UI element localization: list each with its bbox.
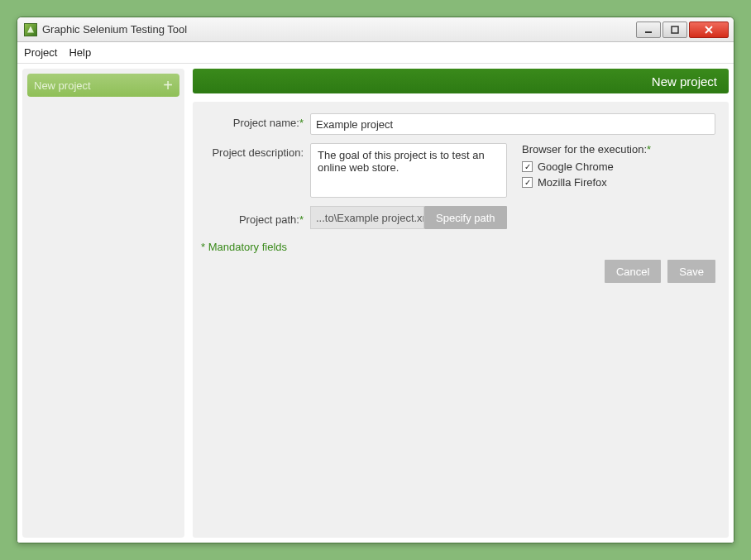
browser-option-firefox[interactable]: ✓ Mozilla Firefox xyxy=(522,176,651,189)
client-area: New project + New project Project name:*… xyxy=(17,64,734,543)
checkbox-icon: ✓ xyxy=(522,177,533,188)
app-icon xyxy=(24,23,37,36)
window-controls xyxy=(636,22,729,38)
browser-heading: Browser for the execution:* xyxy=(522,143,651,156)
maximize-button[interactable] xyxy=(663,22,687,38)
mandatory-note: * Mandatory fields xyxy=(201,241,715,253)
main-panel: New project Project name:* Project descr… xyxy=(193,69,729,538)
titlebar: Graphic Selenium Testing Tool xyxy=(17,17,734,42)
browser-label: Mozilla Firefox xyxy=(538,176,607,189)
sidebar-item-new-project[interactable]: New project + xyxy=(27,74,179,97)
browser-section: Browser for the execution:* ✓ Google Chr… xyxy=(522,143,651,192)
project-path-display: ...to\Example project.xml xyxy=(310,206,424,229)
browser-label: Google Chrome xyxy=(538,160,614,173)
minimize-button[interactable] xyxy=(636,22,661,38)
save-button[interactable]: Save xyxy=(667,260,715,283)
row-project-description: Project description: Browser for the exe… xyxy=(201,143,715,198)
browser-option-chrome[interactable]: ✓ Google Chrome xyxy=(522,160,651,173)
specify-path-button[interactable]: Specify path xyxy=(424,206,507,229)
menu-project[interactable]: Project xyxy=(24,46,57,59)
sidebar-item-label: New project xyxy=(34,79,163,92)
window-title: Graphic Selenium Testing Tool xyxy=(42,23,636,36)
plus-icon: + xyxy=(163,77,173,93)
project-name-input[interactable] xyxy=(310,113,715,135)
checkbox-icon: ✓ xyxy=(522,161,533,172)
close-button[interactable] xyxy=(689,22,729,38)
close-icon xyxy=(704,26,714,34)
cancel-button[interactable]: Cancel xyxy=(605,260,661,283)
label-project-name: Project name:* xyxy=(201,113,310,135)
maximize-icon xyxy=(671,26,679,34)
menubar: Project Help xyxy=(17,42,734,64)
minimize-icon xyxy=(644,26,653,34)
main-header-title: New project xyxy=(652,74,717,89)
row-project-path: Project path:* ...to\Example project.xml… xyxy=(201,206,715,229)
sidebar: New project + xyxy=(22,69,184,538)
label-project-description: Project description: xyxy=(201,143,310,159)
project-description-input[interactable] xyxy=(310,143,507,198)
menu-help[interactable]: Help xyxy=(69,46,91,59)
main-header: New project xyxy=(193,69,729,93)
app-window: Graphic Selenium Testing Tool Project He… xyxy=(17,17,734,543)
svg-rect-1 xyxy=(672,26,678,33)
row-project-name: Project name:* xyxy=(201,113,715,135)
form-area: Project name:* Project description: Brow… xyxy=(193,102,729,538)
footer-buttons: Cancel Save xyxy=(201,260,715,283)
svg-rect-0 xyxy=(645,31,652,33)
label-project-path: Project path:* xyxy=(201,210,310,226)
